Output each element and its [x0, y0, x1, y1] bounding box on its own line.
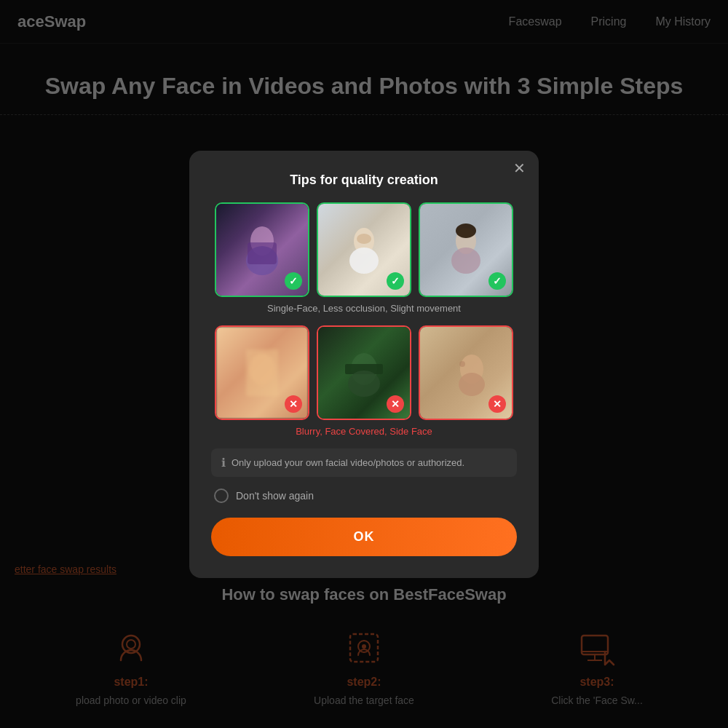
svg-point-14 [357, 234, 371, 244]
svg-rect-16 [456, 223, 476, 238]
ok-button[interactable]: OK [211, 518, 517, 556]
warning-row: ℹ Only upload your own facial video/phot… [211, 448, 517, 477]
svg-point-22 [348, 371, 380, 397]
bad-image-1: ✕ [215, 325, 309, 420]
modal-title: Tips for quality creation [211, 173, 517, 188]
good-images-row: ✓ ✓ [211, 202, 517, 297]
good-images-label: Single-Face, Less occlusion, Slight move… [211, 303, 517, 314]
good-image-2: ✓ [317, 202, 411, 297]
bad-badge-1: ✕ [285, 395, 302, 413]
svg-point-24 [459, 373, 485, 396]
svg-rect-19 [246, 349, 278, 396]
good-image-1: ✓ [215, 202, 309, 297]
bad-badge-2: ✕ [387, 395, 404, 413]
svg-point-17 [451, 248, 480, 274]
dont-show-checkbox[interactable] [214, 488, 229, 503]
bad-images-label: Blurry, Face Covered, Side Face [211, 426, 517, 437]
warning-icon: ℹ [221, 456, 226, 470]
good-badge-1: ✓ [285, 272, 302, 290]
warning-text: Only upload your own facial video/photos… [232, 457, 464, 468]
dont-show-row[interactable]: Don't show again [211, 488, 517, 503]
good-image-3: ✓ [419, 202, 513, 297]
bad-badge-3: ✕ [488, 395, 506, 413]
svg-point-25 [459, 361, 465, 367]
good-badge-3: ✓ [488, 272, 506, 290]
dont-show-label: Don't show again [236, 490, 314, 502]
modal-overlay: ✕ Tips for quality creation ✓ [0, 0, 728, 728]
bad-image-2: ✕ [317, 325, 411, 420]
tips-modal: ✕ Tips for quality creation ✓ [189, 151, 539, 578]
bad-image-3: ✕ [419, 325, 513, 420]
bad-images-row: ✕ ✕ [211, 325, 517, 420]
svg-rect-11 [248, 242, 277, 264]
svg-point-13 [349, 248, 379, 274]
good-badge-2: ✓ [387, 272, 404, 290]
modal-close-button[interactable]: ✕ [513, 161, 526, 175]
